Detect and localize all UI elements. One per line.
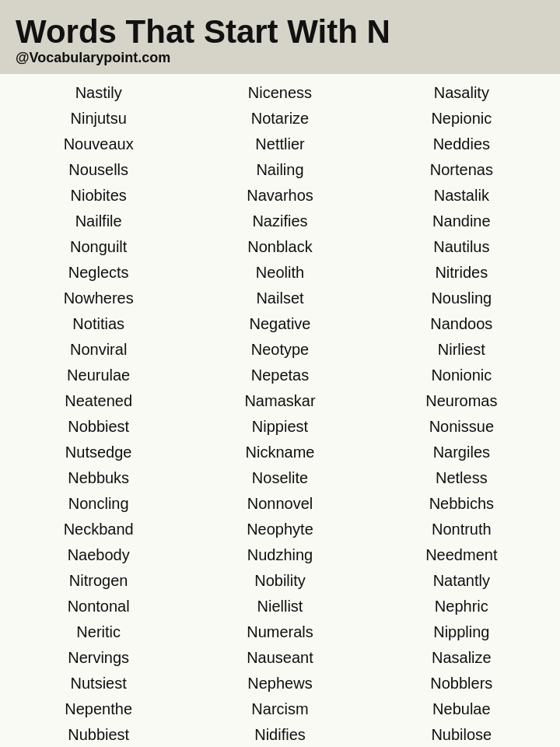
list-item: Nouveaux [8, 133, 189, 156]
list-item: Nonnovel [189, 493, 370, 515]
list-item: Neckband [8, 518, 189, 541]
list-item: Notarize [189, 107, 370, 130]
list-item: Nortenas [371, 159, 552, 181]
list-item: Nobbiest [8, 416, 189, 438]
list-item: Nebulae [371, 698, 552, 721]
list-item: Nubilose [371, 724, 552, 746]
list-item: Niceness [189, 82, 370, 104]
list-item: Nauseant [189, 647, 370, 669]
table-row: NouveauxNettlierNeddies [0, 132, 560, 157]
list-item: Narcism [189, 698, 370, 721]
list-item: Nepenthe [8, 698, 189, 721]
table-row: NonguiltNonblackNautilus [0, 234, 560, 260]
list-item: Nubbiest [8, 724, 189, 746]
table-row: NontonalNiellistNephric [0, 594, 560, 619]
list-item: Nailset [189, 287, 370, 310]
list-item: Naebody [8, 544, 189, 566]
table-row: NonviralNeotypeNirliest [0, 337, 560, 363]
list-item: Neophyte [189, 518, 370, 541]
table-row: NousellsNailingNortenas [0, 157, 560, 183]
list-item: Nippiest [189, 416, 370, 438]
list-item: Nonblack [189, 236, 370, 258]
list-item: Nonviral [8, 338, 189, 361]
list-item: Nastily [8, 82, 189, 104]
list-item: Nontonal [8, 595, 189, 618]
list-item: Nousells [8, 159, 189, 181]
list-item: Nastalik [371, 184, 552, 207]
list-item: Nailing [189, 159, 370, 181]
list-item: Niobites [8, 184, 189, 207]
page-title: Words That Start With N [16, 14, 544, 50]
list-item: Nousling [371, 287, 552, 310]
list-item: Nandoos [371, 313, 552, 335]
table-row: NaebodyNudzhingNeedment [0, 542, 560, 568]
list-item: Nargiles [371, 441, 552, 464]
list-item: Nickname [189, 441, 370, 464]
table-row: NailfileNazifiesNandine [0, 209, 560, 234]
list-item: Nudzhing [189, 544, 370, 566]
table-row: NeriticNumeralsNippling [0, 619, 560, 645]
list-item: Netless [371, 467, 552, 489]
list-item: Nepionic [371, 107, 552, 130]
page-header: Words That Start With N @Vocabularypoint… [0, 0, 560, 74]
list-item: Nowheres [8, 287, 189, 310]
table-row: NeurulaeNepetasNonionic [0, 363, 560, 388]
table-row: NinjutsuNotarizeNepionic [0, 106, 560, 132]
list-item: Natantly [371, 570, 552, 592]
list-item: Nandine [371, 210, 552, 233]
list-item: Neatened [8, 390, 189, 412]
list-item: Nontruth [371, 518, 552, 541]
list-item: Nonionic [371, 364, 552, 387]
table-row: NutsiestNephewsNobblers [0, 671, 560, 696]
list-item: Nepetas [189, 364, 370, 387]
list-item: Nitrogen [8, 570, 189, 592]
list-item: Nettlier [189, 133, 370, 156]
list-item: Navarhos [189, 184, 370, 207]
list-item: Nautilus [371, 236, 552, 258]
table-row: NonclingNonnovelNebbichs [0, 491, 560, 517]
table-row: NebbuksNoseliteNetless [0, 465, 560, 491]
list-item: Neotype [189, 338, 370, 361]
words-container: NastilyNicenessNasalityNinjutsuNotarizeN… [0, 74, 560, 747]
list-item: Nidifies [189, 724, 370, 746]
list-item: Ninjutsu [8, 107, 189, 130]
list-item: Neddies [371, 133, 552, 156]
table-row: NepentheNarcismNebulae [0, 696, 560, 722]
table-row: NiobitesNavarhosNastalik [0, 183, 560, 209]
table-row: NubbiestNidifiesNubilose [0, 722, 560, 747]
table-row: NitrogenNobilityNatantly [0, 568, 560, 594]
list-item: Noncling [8, 493, 189, 515]
list-item: Nutsiest [8, 672, 189, 695]
list-item: Nonguilt [8, 236, 189, 258]
list-item: Neuromas [371, 390, 552, 412]
list-item: Needment [371, 544, 552, 566]
list-item: Niellist [189, 595, 370, 618]
list-item: Nailfile [8, 210, 189, 233]
list-item: Notitias [8, 313, 189, 335]
table-row: NutsedgeNicknameNargiles [0, 440, 560, 465]
list-item: Nebbichs [371, 493, 552, 515]
list-item: Nazifies [189, 210, 370, 233]
list-item: Nonissue [371, 416, 552, 438]
list-item: Nervings [8, 647, 189, 669]
table-row: NowheresNailsetNousling [0, 286, 560, 311]
list-item: Nobility [189, 570, 370, 592]
list-item: Neolith [189, 261, 370, 284]
list-item: Nitrides [371, 261, 552, 284]
list-item: Negative [189, 313, 370, 335]
table-row: NeglectsNeolithNitrides [0, 260, 560, 286]
list-item: Nutsedge [8, 441, 189, 464]
list-item: Neritic [8, 621, 189, 644]
list-item: Numerals [189, 621, 370, 644]
list-item: Namaskar [189, 390, 370, 412]
table-row: NobbiestNippiestNonissue [0, 414, 560, 440]
list-item: Nippling [371, 621, 552, 644]
list-item: Nebbuks [8, 467, 189, 489]
page-subtitle: @Vocabularypoint.com [16, 50, 544, 66]
table-row: NeatenedNamaskarNeuromas [0, 388, 560, 414]
list-item: Nirliest [371, 338, 552, 361]
list-item: Nasality [371, 82, 552, 104]
list-item: Nobblers [371, 672, 552, 695]
list-item: Neglects [8, 261, 189, 284]
list-item: Nephews [189, 672, 370, 695]
